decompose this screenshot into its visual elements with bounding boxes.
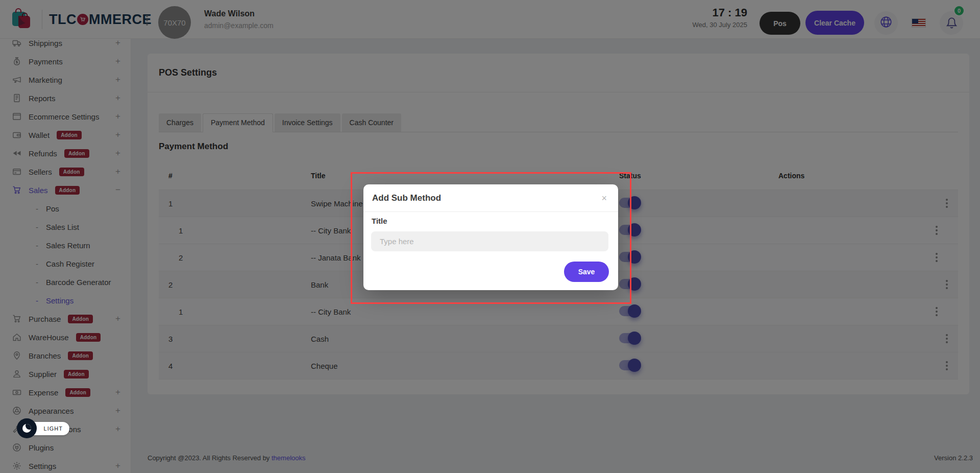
title-field-label: Title (372, 217, 387, 225)
close-icon[interactable]: × (601, 194, 607, 203)
moon-icon (22, 424, 31, 433)
theme-mode-toggle[interactable]: LIGHT (17, 418, 70, 439)
title-input[interactable] (371, 231, 608, 251)
dark-mode-moon-button[interactable] (17, 418, 37, 438)
modal-title: Add Sub Method (372, 193, 441, 203)
add-sub-method-modal: Add Sub Method × Title Save (363, 184, 618, 290)
save-button[interactable]: Save (564, 262, 609, 282)
modal-header: Add Sub Method × (363, 184, 618, 212)
